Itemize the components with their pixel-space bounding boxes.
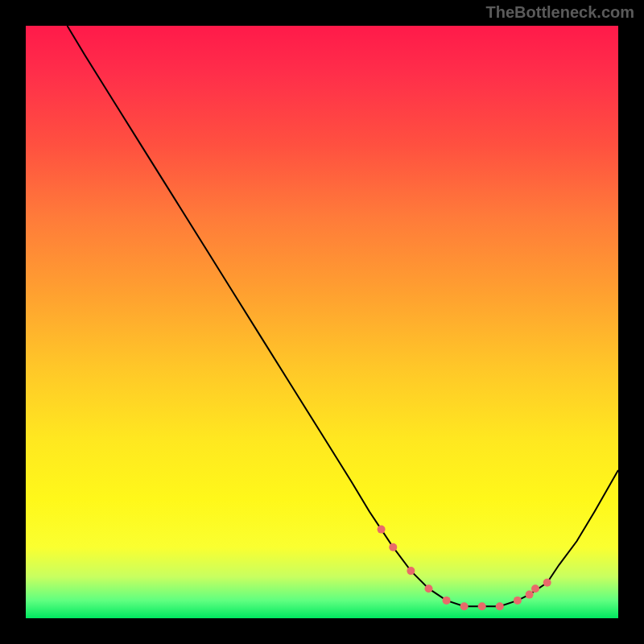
- highlight-dot: [443, 597, 451, 605]
- highlight-dot: [543, 579, 551, 587]
- highlight-dot: [389, 543, 397, 551]
- highlight-dots-group: [378, 526, 551, 611]
- highlight-dot: [496, 602, 504, 610]
- highlight-dot: [526, 591, 534, 599]
- highlight-dot: [460, 602, 469, 610]
- chart-area: [26, 26, 618, 618]
- highlight-dot: [407, 567, 415, 575]
- highlight-dot: [478, 602, 486, 610]
- highlight-dot: [378, 526, 386, 534]
- bottleneck-curve-line: [68, 26, 619, 606]
- highlight-dot: [425, 584, 433, 592]
- highlight-dot: [531, 584, 539, 592]
- watermark-text: TheBottleneck.com: [486, 3, 634, 22]
- chart-svg: [26, 26, 618, 618]
- highlight-dot: [514, 597, 522, 605]
